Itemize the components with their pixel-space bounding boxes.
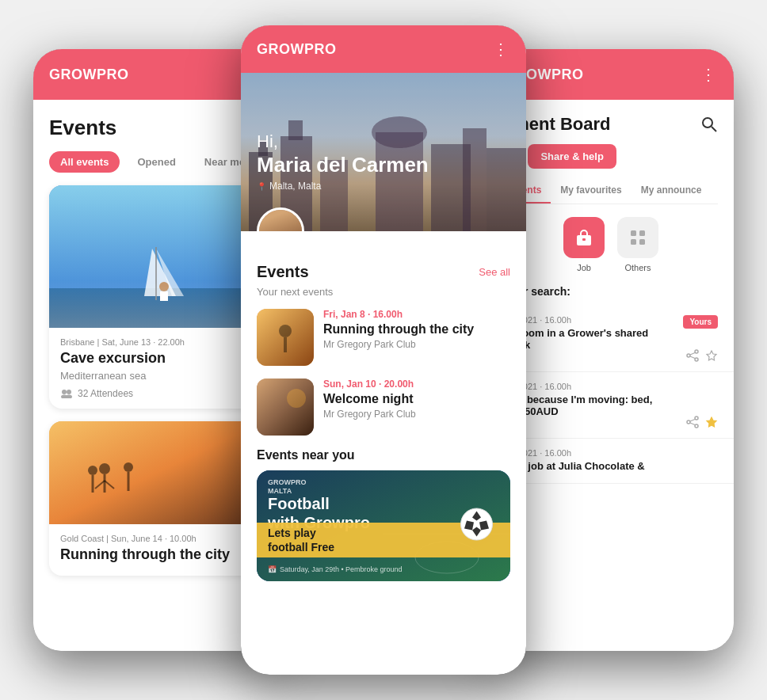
hero-location: 📍 Malta, Malta	[257, 181, 429, 192]
hero-greeting: Hi,	[257, 131, 429, 152]
event-sailing-info: Brisbane | Sat, June 13 · 22.00h Cave ex…	[49, 328, 263, 409]
center-logo: GROWPRO	[257, 41, 337, 58]
listing-2-date: y 4 2021 · 16.00h	[504, 382, 718, 391]
attendees-row: 32 Attendees	[60, 388, 252, 399]
tab-favourites[interactable]: My favourites	[551, 178, 631, 204]
event-list-night-date: Sun, Jan 10 · 20.00h	[323, 379, 510, 390]
event-sailing-subtitle: Mediterranean sea	[60, 370, 252, 382]
svg-point-55	[695, 358, 698, 361]
svg-point-12	[99, 463, 110, 474]
center-phone: GROWPRO ⋮	[241, 25, 526, 675]
svg-marker-64	[707, 417, 716, 427]
svg-line-62	[690, 420, 695, 422]
listing-3-title: ress job at Julia Chocolate &	[504, 460, 718, 472]
svg-rect-35	[257, 379, 314, 436]
events-section-subtitle: Your next events	[257, 286, 510, 298]
event-list-night-title: Welcome night	[323, 392, 510, 406]
events-section-title: Events	[257, 263, 309, 281]
football-card[interactable]: GROWPRO MALTA Footballwith Growpro Lets …	[257, 470, 510, 581]
others-icon	[628, 228, 647, 247]
event-card-sailing[interactable]: Brisbane | Sat, June 13 · 22.00h Cave ex…	[49, 185, 263, 409]
others-icon-box	[617, 217, 658, 258]
center-body: Events See all Your next events Fri, Jan…	[241, 231, 526, 675]
board-tabs: ments My favourites My announce	[504, 178, 718, 204]
football-meta: 📅 Saturday, Jan 29th • Pembroke ground	[268, 565, 403, 573]
listing-2-actions	[686, 416, 718, 428]
svg-point-61	[695, 424, 698, 428]
star-icon-2[interactable]	[705, 416, 718, 428]
svg-rect-6	[160, 291, 168, 301]
yours-badge-1: Yours	[683, 315, 718, 329]
svg-point-33	[279, 325, 292, 337]
listing-1-title: ee room in a Grower's sharedO/Wk	[504, 327, 718, 351]
left-logo: GROWPRO	[49, 67, 129, 83]
svg-rect-1	[49, 288, 263, 328]
event-list-running-info: Fri, Jan 8 · 16.00h Running through the …	[323, 309, 510, 350]
event-running-info: Gold Coast | Sun, June 14 · 10.00h Runni…	[49, 524, 263, 576]
svg-line-63	[690, 423, 695, 425]
share-icon-2[interactable]	[686, 416, 699, 428]
listing-2-title: sale because I'm moving: bed,e - 150AUD	[504, 394, 718, 417]
event-list-running-venue: Mr Gregory Park Club	[323, 339, 510, 350]
event-running-title: Running through the city	[60, 546, 252, 563]
svg-point-5	[159, 282, 169, 291]
svg-line-56	[690, 353, 695, 356]
center-menu-icon[interactable]: ⋮	[493, 40, 510, 59]
svg-rect-48	[582, 238, 586, 241]
tab-my-announcements[interactable]: My announce	[632, 178, 712, 204]
svg-point-8	[67, 390, 71, 394]
nearby-title: Events near you	[257, 448, 510, 462]
search-icon[interactable]	[700, 116, 718, 133]
listing-1-actions	[686, 349, 718, 362]
center-hero: Hi, Maria del Carmen 📍 Malta, Malta	[241, 73, 526, 231]
event-running-location: Gold Coast | Sun, June 14 · 10.00h	[60, 534, 252, 543]
center-header: GROWPRO ⋮	[241, 25, 526, 73]
hero-text: Hi, Maria del Carmen 📍 Malta, Malta	[257, 131, 429, 192]
event-thumb-running	[257, 309, 314, 366]
svg-point-53	[695, 350, 698, 353]
svg-line-57	[690, 356, 695, 359]
job-icon	[574, 228, 593, 247]
svg-marker-58	[707, 351, 716, 360]
attendees-icon	[60, 389, 73, 398]
svg-rect-52	[639, 239, 645, 245]
category-others[interactable]: Others	[617, 217, 658, 272]
svg-rect-51	[631, 239, 636, 245]
listing-3-date: y 2 2021 · 16.00h	[504, 448, 718, 458]
event-list-night-info: Sun, Jan 10 · 20.00h Welcome night Mr Gr…	[323, 379, 510, 420]
event-list-running-title: Running through the city	[323, 322, 510, 337]
events-section-header: Events See all	[257, 263, 510, 281]
svg-point-18	[88, 466, 97, 475]
star-icon-1[interactable]	[705, 349, 718, 362]
svg-point-59	[695, 417, 698, 420]
right-menu-icon[interactable]: ⋮	[700, 65, 718, 84]
svg-point-7	[62, 390, 67, 394]
svg-rect-50	[639, 230, 645, 236]
category-job[interactable]: Job	[563, 217, 605, 272]
svg-point-16	[124, 462, 133, 472]
svg-point-45	[703, 118, 712, 127]
svg-point-36	[287, 389, 306, 408]
tab-all-events[interactable]: All events	[49, 151, 120, 173]
event-list-running[interactable]: Fri, Jan 8 · 16.00h Running through the …	[257, 309, 510, 366]
see-all-link[interactable]: See all	[479, 266, 510, 278]
event-card-running[interactable]: Gold Coast | Sun, June 14 · 10.00h Runni…	[49, 421, 263, 576]
event-sailing-image	[49, 185, 263, 328]
football-ball-icon	[459, 507, 494, 546]
nearby-section: Events near you	[257, 448, 510, 581]
event-list-night-venue: Mr Gregory Park Club	[323, 409, 510, 420]
others-label: Others	[624, 263, 651, 272]
svg-line-46	[712, 127, 716, 131]
event-list-night[interactable]: Sun, Jan 10 · 20.00h Welcome night Mr Gr…	[257, 379, 510, 436]
svg-point-60	[687, 420, 690, 424]
job-label: Job	[577, 263, 591, 272]
svg-rect-11	[49, 421, 263, 524]
share-icon-1[interactable]	[686, 349, 699, 362]
event-sailing-title: Cave excursion	[60, 350, 252, 367]
event-sailing-location: Brisbane | Sat, June 13 · 22.00h	[60, 337, 252, 347]
event-list-running-date: Fri, Jan 8 · 16.00h	[323, 309, 510, 320]
svg-point-10	[66, 395, 72, 399]
share-help-button[interactable]: Share & help	[528, 144, 616, 169]
event-thumb-night	[257, 379, 314, 436]
tab-opened[interactable]: Opened	[126, 151, 186, 173]
